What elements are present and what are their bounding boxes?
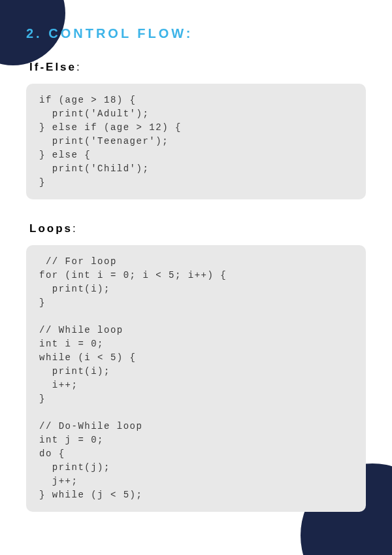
- subsection-colon: :: [73, 222, 76, 235]
- subsection-name: If-Else: [29, 61, 76, 73]
- code-block-loops: // For loop for (int i = 0; i < 5; i++) …: [26, 245, 366, 512]
- subsection-title-loops: Loops:: [29, 222, 366, 235]
- section-title: 2. CONTROL FLOW:: [26, 26, 366, 41]
- section-title-text: CONTROL FLOW:: [48, 26, 193, 41]
- subsection-name: Loops: [29, 222, 73, 235]
- subsection-colon: :: [76, 61, 80, 73]
- page-content: 2. CONTROL FLOW: If-Else: if (age > 18) …: [0, 0, 392, 531]
- section-number: 2.: [26, 26, 42, 41]
- subsection-title-if-else: If-Else:: [29, 61, 366, 74]
- code-block-if-else: if (age > 18) { print('Adult'); } else i…: [26, 84, 366, 199]
